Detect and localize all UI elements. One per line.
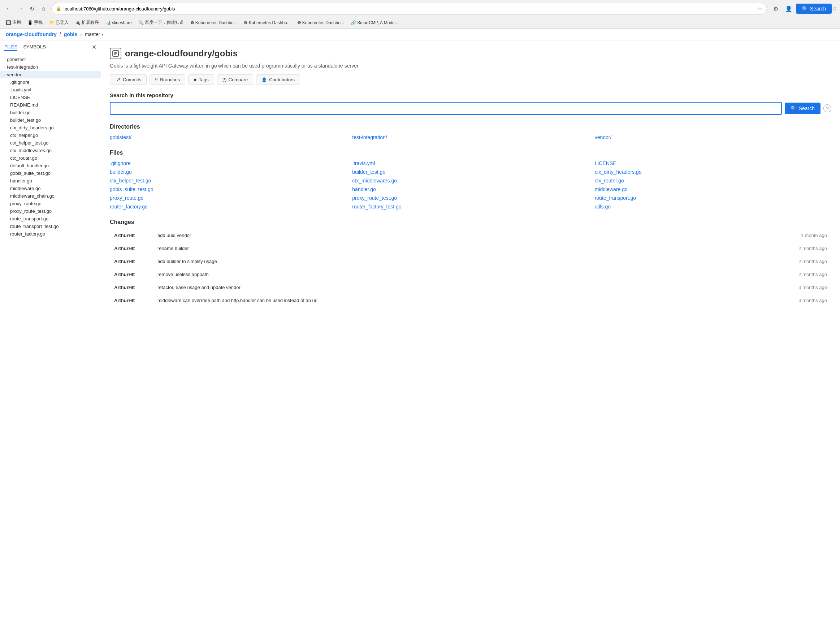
- search-section: Search in this repository 🔍 Search ?: [110, 92, 831, 115]
- file-link-travis[interactable]: .travis.yml: [352, 160, 589, 167]
- bookmark-imported[interactable]: 📁 已导入: [47, 19, 71, 26]
- repo-search-button[interactable]: 🔍 Search: [785, 103, 821, 114]
- change-message: middleware can overrride path and http.h…: [153, 294, 709, 307]
- tree-item-label: default_handler.go: [10, 163, 96, 168]
- tree-item-handler[interactable]: handler.go: [0, 177, 101, 185]
- bookmark-extensions[interactable]: 🔌 扩展程序: [73, 19, 101, 26]
- tree-item-proxy-route-test[interactable]: proxy_route_test.go: [0, 207, 101, 215]
- repo-name-heading: orange-cloudfoundry/gobis: [125, 48, 238, 59]
- tree-item-builder-go[interactable]: builder.go: [0, 109, 101, 116]
- profile-button[interactable]: 👤: [783, 3, 794, 14]
- bookmark-k8s-1[interactable]: ☸ Kubernetes Dashbo...: [188, 19, 240, 26]
- bookmark-smartcmp[interactable]: 🔗 SmartCMP, A Mode...: [349, 19, 401, 26]
- compare-button[interactable]: ◷ Compare: [217, 74, 253, 85]
- file-link-ctx-middlewares[interactable]: ctx_middlewares.go: [352, 177, 589, 184]
- tree-item-travis[interactable]: .travis.yml: [0, 86, 101, 93]
- change-time: 3 months ago: [709, 281, 831, 294]
- k8s-icon-3: ☸: [297, 20, 301, 25]
- bookmark-baidu[interactable]: 🔍 百度一下，你就知道: [136, 19, 186, 26]
- forward-button[interactable]: →: [15, 4, 25, 14]
- bookmark-phone[interactable]: 📱 手机: [25, 19, 45, 26]
- repo-nav-bar: orange-cloudfoundry / gobis › master ▾: [0, 28, 840, 40]
- commits-button[interactable]: ⎇ Commits: [110, 74, 147, 85]
- tree-item-label: router_factory.go: [10, 231, 96, 237]
- tree-item-router-factory[interactable]: router_factory.go: [0, 230, 101, 238]
- file-link-ctx-dirty[interactable]: ctx_dirty_headers.go: [595, 168, 831, 176]
- files-title: Files: [110, 150, 831, 156]
- help-icon[interactable]: ?: [823, 104, 831, 112]
- browser-search-button[interactable]: 🔍 Search: [796, 4, 832, 14]
- tree-item-label: .travis.yml: [10, 87, 96, 92]
- file-link-router-factory-test[interactable]: router_factory_test.go: [352, 203, 589, 210]
- home-button[interactable]: ⌂: [38, 4, 48, 14]
- tree-item-readme[interactable]: README.md: [0, 101, 101, 109]
- file-link-ctx-router[interactable]: ctx_router.go: [595, 177, 831, 184]
- dir-link-gobistest[interactable]: gobistest/: [110, 134, 346, 141]
- tree-item-label: route_transport.go: [10, 216, 96, 222]
- tree-item-vendor[interactable]: › vendor: [0, 71, 101, 78]
- chevron-right-icon: ›: [4, 57, 5, 62]
- tree-item-ctx-middlewares[interactable]: ctx_middlewares.go: [0, 147, 101, 154]
- tree-item-builder-test[interactable]: builder_test.go: [0, 116, 101, 124]
- extensions-button[interactable]: ⚙: [770, 3, 782, 14]
- tab-symbols[interactable]: SYMBOLS: [23, 43, 46, 51]
- change-author: ArthurHlt: [110, 229, 153, 242]
- tree-item-ctx-router[interactable]: ctx_router.go: [0, 154, 101, 162]
- branch-selector[interactable]: master ▾: [85, 32, 104, 37]
- repo-name-link[interactable]: gobis: [64, 32, 77, 37]
- address-bar[interactable]: 🔒 ☆: [51, 3, 767, 14]
- dir-link-test-integration[interactable]: test-integration/: [352, 134, 589, 141]
- bookmark-apps[interactable]: 🔲 应用: [4, 19, 23, 26]
- file-link-license[interactable]: LICENSE: [595, 160, 831, 167]
- browser-chrome: ← → ↻ ⌂ 🔒 ☆ ⚙ 👤 🔍 Search D 🔲 应用 📱 手机: [0, 0, 840, 28]
- back-button[interactable]: ←: [4, 4, 14, 14]
- tree-item-label: proxy_route_test.go: [10, 209, 96, 214]
- dir-link-vendor[interactable]: vendor/: [595, 134, 831, 141]
- sidebar-close-button[interactable]: ✕: [92, 44, 96, 51]
- file-link-middleware[interactable]: middleware.go: [595, 186, 831, 193]
- tree-item-ctx-helper[interactable]: ctx_helper.go: [0, 131, 101, 139]
- file-link-route-transport[interactable]: route_transport.go: [595, 194, 831, 202]
- url-input[interactable]: [63, 6, 755, 11]
- file-link-handler[interactable]: handler.go: [352, 186, 589, 193]
- tree-item-ctx-helper-test[interactable]: ctx_helper_test.go: [0, 139, 101, 147]
- file-link-gitignore[interactable]: .gitignore: [110, 160, 346, 167]
- folder-icon: 📁: [49, 20, 55, 25]
- file-link-gobis-suite[interactable]: gobis_suite_test.go: [110, 186, 346, 193]
- bookmark-k8s-2[interactable]: ☸ Kubernetes Dashbo...: [242, 19, 293, 26]
- contributors-button[interactable]: 👤 Contributors: [256, 74, 300, 85]
- change-time: 2 months ago: [709, 255, 831, 268]
- repo-search-input[interactable]: [110, 102, 782, 115]
- tree-item-gitignore[interactable]: .gitignore: [0, 78, 101, 86]
- directories-section: Directories gobistest/ test-integration/…: [110, 123, 831, 141]
- tab-files[interactable]: FILES: [4, 43, 17, 51]
- repo-icon: [110, 47, 122, 59]
- repo-owner-link[interactable]: orange-cloudfoundry: [6, 32, 57, 37]
- tree-item-proxy-route[interactable]: proxy_route.go: [0, 200, 101, 207]
- bookmark-k8s-3[interactable]: ☸ Kubernetes Dashbo...: [295, 19, 346, 26]
- file-link-router-factory[interactable]: router_factory.go: [110, 203, 346, 210]
- change-author: ArthurHlt: [110, 268, 153, 281]
- lock-icon: 🔒: [56, 6, 62, 11]
- tree-item-license[interactable]: LICENSE: [0, 93, 101, 101]
- tree-item-route-transport[interactable]: route_transport.go: [0, 215, 101, 223]
- file-link-builder-go[interactable]: builder.go: [110, 168, 346, 176]
- bookmark-slideshare[interactable]: 📊 slideshare: [103, 19, 134, 26]
- file-link-ctx-helper-test[interactable]: ctx_helper_test.go: [110, 177, 346, 184]
- file-link-utils[interactable]: utils.go: [595, 203, 831, 210]
- change-message: refactor, ease usage and update vendor: [153, 281, 709, 294]
- branches-button[interactable]: ⑂ Branches: [150, 74, 185, 85]
- tree-item-test-integration[interactable]: › test-integration: [0, 63, 101, 71]
- refresh-button[interactable]: ↻: [27, 4, 37, 14]
- tree-item-middleware-chain[interactable]: middleware_chain.go: [0, 192, 101, 200]
- file-link-proxy-route-test[interactable]: proxy_route_test.go: [352, 194, 589, 202]
- file-link-proxy-route[interactable]: proxy_route.go: [110, 194, 346, 202]
- tree-item-default-handler[interactable]: default_handler.go: [0, 162, 101, 169]
- tree-item-route-transport-test[interactable]: route_transport_test.go: [0, 223, 101, 230]
- tree-item-gobistest[interactable]: › gobistest: [0, 55, 101, 63]
- tree-item-middleware[interactable]: middleware.go: [0, 185, 101, 192]
- tree-item-ctx-dirty[interactable]: ctx_dirty_headers.go: [0, 124, 101, 131]
- file-link-builder-test[interactable]: builder_test.go: [352, 168, 589, 176]
- tags-button[interactable]: ◆ Tags: [188, 74, 214, 85]
- tree-item-gobis-suite[interactable]: gobis_suite_test.go: [0, 169, 101, 177]
